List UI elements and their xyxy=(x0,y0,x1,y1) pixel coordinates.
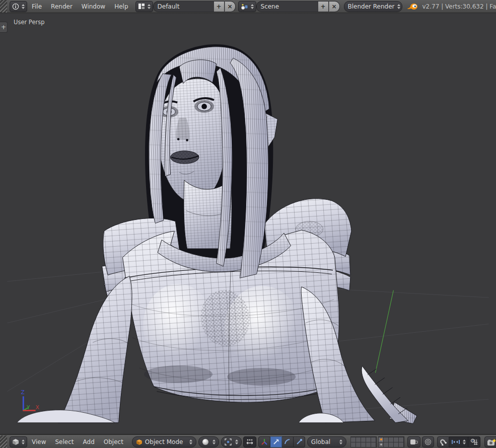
rotate-arc-icon xyxy=(284,438,291,445)
toolshelf-expand-tab[interactable]: + xyxy=(0,22,8,33)
snap-target-icon xyxy=(470,438,478,445)
scene-statistics: v2.77 | Verts:30,632 | Faces:29,654 xyxy=(422,3,496,10)
object-mode-icon xyxy=(136,439,143,445)
stepper-arrows xyxy=(148,4,151,9)
layer-object-dot xyxy=(380,443,382,445)
menu-object[interactable]: Object xyxy=(99,438,128,445)
3d-viewport[interactable]: User Persp + xyxy=(0,13,496,435)
scene-browse-button[interactable] xyxy=(238,1,256,12)
mode-dropdown[interactable]: Object Mode xyxy=(132,436,196,447)
layers-widget[interactable] xyxy=(350,436,404,447)
right-eye xyxy=(201,104,207,109)
snap-toggle-button[interactable] xyxy=(437,436,449,447)
opengl-render-button[interactable] xyxy=(484,436,496,447)
stepper-arrows xyxy=(212,439,216,444)
menu-render[interactable]: Render xyxy=(46,3,77,10)
viewport-canvas: Z Y X (0) armadura xyxy=(0,13,496,435)
translate-manipulator-button[interactable] xyxy=(270,436,282,447)
scene-delete-button[interactable]: × xyxy=(329,1,340,12)
axis-tripod-icon xyxy=(261,438,268,445)
active-layer-dot xyxy=(380,438,382,440)
menu-window[interactable]: Window xyxy=(77,3,110,10)
screen-layout-icon xyxy=(138,3,145,10)
snap-increment-icon xyxy=(451,438,460,445)
top-header-bar: File Render Window Help Default + × Scen… xyxy=(0,0,496,13)
manipulator-axes-button[interactable] xyxy=(258,436,270,447)
3d-viewport-editor-icon xyxy=(12,438,19,445)
menu-help[interactable]: Help xyxy=(110,3,132,10)
scene-icon xyxy=(241,3,248,10)
lock-to-scene-button[interactable] xyxy=(407,436,420,447)
scale-icon xyxy=(296,438,303,445)
layer-block-2[interactable] xyxy=(378,436,404,447)
menu-file[interactable]: File xyxy=(27,3,46,10)
scene-lock-icon xyxy=(410,438,418,445)
pivot-point-dropdown[interactable] xyxy=(221,436,242,447)
editor-type-button[interactable] xyxy=(10,1,27,12)
scale-manipulator-button[interactable] xyxy=(294,436,305,447)
window-corner-grip[interactable] xyxy=(0,0,7,13)
viewport-shading-dropdown[interactable] xyxy=(198,436,219,447)
scene-add-button[interactable]: + xyxy=(318,1,329,12)
axis-z-label: Z xyxy=(21,389,24,396)
proportional-edit-button[interactable] xyxy=(422,436,434,447)
pivot-center-icon xyxy=(225,438,232,445)
render-camera-icon xyxy=(487,438,496,446)
stepper-arrows xyxy=(22,4,25,9)
snap-target-button[interactable] xyxy=(468,436,480,447)
stepper-arrows xyxy=(397,4,400,9)
render-engine-dropdown[interactable]: Blender Render xyxy=(344,1,402,12)
shading-sphere-icon xyxy=(202,438,209,445)
rotate-manipulator-button[interactable] xyxy=(282,436,294,447)
mouth xyxy=(171,151,199,164)
menu-select[interactable]: Select xyxy=(50,438,78,445)
snap-element-dropdown[interactable] xyxy=(449,436,468,447)
stepper-arrows xyxy=(189,439,192,444)
layout-add-button[interactable]: + xyxy=(214,1,225,12)
viewport-header-toolbar: View Select Add Object Object Mode xyxy=(0,435,496,448)
translate-arrow-icon xyxy=(272,438,279,445)
stepper-arrows xyxy=(22,439,25,444)
window-corner-grip[interactable] xyxy=(0,435,7,448)
stepper-arrows xyxy=(339,439,342,444)
stepper-arrows xyxy=(463,439,466,444)
scene-name-field[interactable]: Scene xyxy=(256,1,318,12)
screen-layout-button[interactable] xyxy=(135,1,153,12)
manipulator-toggle-button[interactable] xyxy=(243,436,256,447)
axis-y-label: Y xyxy=(26,404,30,411)
layout-name-field[interactable]: Default xyxy=(153,1,214,12)
manipulator-icon xyxy=(246,438,254,445)
stepper-arrows xyxy=(251,4,254,9)
transform-orientation-dropdown[interactable]: Global xyxy=(307,436,346,447)
info-editor-icon xyxy=(12,3,19,10)
layer-block-1[interactable] xyxy=(350,436,377,447)
axis-x-label: X xyxy=(36,404,39,411)
view-name-label: User Persp xyxy=(14,19,45,26)
blender-logo xyxy=(407,2,418,11)
stepper-arrows xyxy=(235,439,238,444)
magnet-icon xyxy=(440,438,447,445)
menu-add[interactable]: Add xyxy=(79,438,99,445)
layout-delete-button[interactable]: × xyxy=(225,1,236,12)
editor-type-button[interactable] xyxy=(10,436,27,447)
menu-view[interactable]: View xyxy=(27,438,50,445)
proportional-circle-icon xyxy=(424,438,432,445)
